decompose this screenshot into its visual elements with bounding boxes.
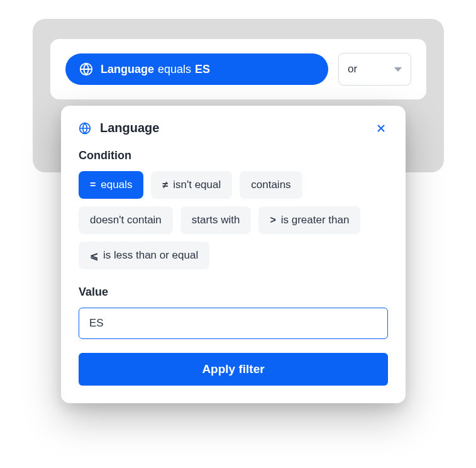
condition-starts-with[interactable]: starts with <box>180 206 252 234</box>
logic-operator-value: or <box>348 63 357 75</box>
condition-label: isn't equal <box>173 179 221 191</box>
close-button[interactable] <box>374 121 388 135</box>
condition-label: is greater than <box>281 214 350 226</box>
condition-label: is less than or equal <box>103 249 198 262</box>
filter-pill-language[interactable]: Language equals ES <box>65 53 328 85</box>
popover-title-group: Language <box>79 121 159 135</box>
apply-filter-button[interactable]: Apply filter <box>79 353 388 386</box>
condition-greater-than[interactable]: > is greater than <box>258 206 360 234</box>
condition-contains[interactable]: contains <box>240 171 302 199</box>
filter-editor-popover: Language Condition = equals ≠ isn't equa… <box>61 106 406 403</box>
condition-section-label: Condition <box>79 149 388 162</box>
condition-less-than-or-equal[interactable]: ⩽ is less than or equal <box>79 242 209 269</box>
equals-symbol: = <box>90 179 96 191</box>
less-than-equal-symbol: ⩽ <box>90 250 98 262</box>
filter-field: Language <box>101 63 154 76</box>
globe-icon <box>79 122 91 135</box>
condition-label: starts with <box>192 214 240 226</box>
logic-operator-select[interactable]: or <box>338 53 411 86</box>
condition-chip-group: = equals ≠ isn't equal contains doesn't … <box>79 171 388 269</box>
value-input[interactable] <box>79 308 388 339</box>
popover-title: Language <box>100 121 159 135</box>
condition-label: doesn't contain <box>90 214 162 226</box>
condition-doesnt-contain[interactable]: doesn't contain <box>79 206 173 234</box>
filter-value: ES <box>195 63 210 76</box>
filter-pill-text: Language equals ES <box>101 63 210 76</box>
filter-bar: Language equals ES or <box>50 39 426 99</box>
condition-label: equals <box>101 179 132 191</box>
popover-header: Language <box>79 121 388 135</box>
greater-than-symbol: > <box>270 214 275 226</box>
globe-icon <box>79 62 93 76</box>
close-icon <box>375 123 387 134</box>
filter-operator: equals <box>158 63 191 76</box>
condition-label: contains <box>251 179 291 191</box>
chevron-down-icon <box>394 67 402 72</box>
not-equal-symbol: ≠ <box>162 179 168 191</box>
condition-not-equal[interactable]: ≠ isn't equal <box>151 171 232 199</box>
condition-equals[interactable]: = equals <box>79 171 143 199</box>
value-section-label: Value <box>79 286 388 299</box>
